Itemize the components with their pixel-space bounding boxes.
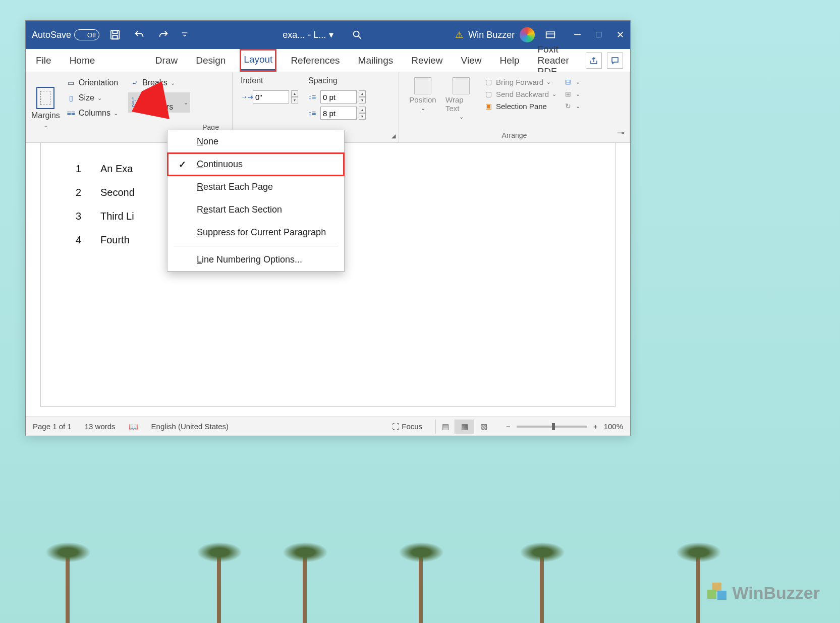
svg-point-4 <box>354 31 359 37</box>
user-name: Win Buzzer <box>468 30 515 40</box>
svg-line-5 <box>359 36 361 38</box>
tab-design[interactable]: Design <box>193 51 229 70</box>
spacing-before-icon: ↕≡ <box>308 93 318 101</box>
page-count[interactable]: Page 1 of 1 <box>33 422 72 431</box>
dd-suppress[interactable]: Suppress for Current Paragraph <box>167 221 344 244</box>
position-icon <box>414 77 431 94</box>
tab-view[interactable]: View <box>458 51 485 70</box>
spacing-label: Spacing <box>308 76 366 85</box>
line-numbers-dropdown: None Continuous Restart Each Page Restar… <box>167 130 345 272</box>
dialog-launcher-icon[interactable]: ◢ <box>391 133 396 139</box>
bring-forward-icon: ▢ <box>484 77 493 86</box>
spacing-after-icon: ↕≡ <box>308 109 318 117</box>
selection-pane-icon: ▣ <box>484 101 493 111</box>
winbuzzer-logo-icon <box>707 583 727 603</box>
zoom-level[interactable]: 100% <box>604 422 623 431</box>
tab-mailings[interactable]: Mailings <box>355 51 397 70</box>
align-button: ⊟⌄ <box>564 77 580 86</box>
spin-up-icon[interactable]: ▴ <box>359 107 366 113</box>
zoom-slider[interactable] <box>517 426 587 428</box>
dd-options[interactable]: Line Numbering Options... <box>167 248 344 271</box>
web-layout-icon[interactable]: ▧ <box>474 420 493 434</box>
title-dropdown-icon[interactable]: ▾ <box>329 29 333 40</box>
zoom-controls: − + 100% <box>506 422 623 431</box>
orientation-icon: ▭ <box>67 78 76 87</box>
dd-restart-section[interactable]: Restart Each Section <box>167 198 344 221</box>
print-layout-icon[interactable]: ▦ <box>455 420 474 434</box>
group-label-arrange: Arrange <box>404 129 625 140</box>
spin-down-icon[interactable]: ▾ <box>291 97 298 103</box>
avatar <box>520 27 535 42</box>
size-icon: ▯ <box>67 93 76 102</box>
svg-rect-1 <box>113 31 117 34</box>
send-backward-button: ▢Send Backward⌄ <box>484 89 556 98</box>
autosave-state: Off <box>87 31 96 39</box>
zoom-out-icon[interactable]: − <box>506 422 511 431</box>
tab-review[interactable]: Review <box>408 51 445 70</box>
autosave-label: AutoSave <box>32 30 71 40</box>
statusbar: Page 1 of 1 13 words 📖 English (United S… <box>26 417 630 436</box>
position-button: Position⌄ <box>407 77 438 120</box>
columns-icon: ≡≡ <box>67 109 76 118</box>
zoom-in-icon[interactable]: + <box>593 422 598 431</box>
focus-icon: ⛶ <box>392 422 402 431</box>
search-icon[interactable] <box>349 26 366 43</box>
svg-rect-2 <box>113 35 117 39</box>
word-window: AutoSave Off exa... - L... ▾ ⚠ Win Buzze… <box>25 20 631 436</box>
spin-up-icon[interactable]: ▴ <box>359 90 366 97</box>
margins-icon <box>36 87 54 109</box>
indent-left-icon: →⇥ <box>241 93 251 101</box>
dd-restart-page[interactable]: Restart Each Page <box>167 176 344 198</box>
spin-down-icon[interactable]: ▾ <box>359 113 366 120</box>
tab-references[interactable]: References <box>288 51 343 70</box>
group-icon: ⊞ <box>564 89 573 98</box>
spin-down-icon[interactable]: ▾ <box>359 97 366 103</box>
maximize-icon[interactable]: □ <box>596 29 601 40</box>
dd-none[interactable]: None <box>167 130 344 153</box>
spin-up-icon[interactable]: ▴ <box>291 90 298 97</box>
spellcheck-icon[interactable]: 📖 <box>129 422 138 431</box>
chevron-down-icon: ⌄ <box>43 122 48 129</box>
wrap-text-button: Wrap Text⌄ <box>445 77 477 120</box>
dd-separator <box>174 246 338 246</box>
minimize-icon[interactable]: ─ <box>574 29 581 40</box>
spacing-before-input[interactable]: ↕≡▴▾ <box>308 90 366 103</box>
document-title: exa... - L... ▾ <box>283 29 333 40</box>
user-account[interactable]: ⚠ Win Buzzer <box>455 27 535 42</box>
group-arrange: Position⌄ Wrap Text⌄ ▢Bring Forward⌄ ▢Se… <box>399 72 630 142</box>
close-icon[interactable]: ✕ <box>617 29 624 40</box>
arrow-annotation <box>91 41 182 134</box>
align-icon: ⊟ <box>564 77 573 86</box>
focus-mode[interactable]: ⛶ Focus <box>392 422 422 431</box>
rotate-button: ↻⌄ <box>564 101 580 111</box>
language[interactable]: English (United States) <box>151 422 229 431</box>
wrap-text-icon <box>453 77 470 94</box>
tab-layout[interactable]: Layout <box>241 50 275 71</box>
word-count[interactable]: 13 words <box>85 422 116 431</box>
indent-left-input[interactable]: →⇥▴▾ <box>241 90 298 103</box>
svg-rect-6 <box>546 32 555 38</box>
send-backward-icon: ▢ <box>484 89 493 98</box>
tab-file[interactable]: File <box>33 51 54 70</box>
selection-pane-button[interactable]: ▣Selection Pane <box>484 101 556 111</box>
rotate-icon: ↻ <box>564 101 573 111</box>
warning-icon: ⚠ <box>455 29 463 40</box>
bring-forward-button: ▢Bring Forward⌄ <box>484 77 556 86</box>
group-button: ⊞⌄ <box>564 89 580 98</box>
margins-button[interactable]: Margins ⌄ <box>31 75 61 140</box>
indent-label: Indent <box>241 76 298 85</box>
pin-ribbon-icon[interactable]: ⊸ <box>617 127 625 138</box>
svg-marker-8 <box>101 41 170 119</box>
comments-icon[interactable] <box>607 53 623 69</box>
tab-help[interactable]: Help <box>496 51 522 70</box>
read-mode-icon[interactable]: ▤ <box>435 420 455 434</box>
share-icon[interactable] <box>586 53 602 69</box>
dd-continuous[interactable]: Continuous <box>167 153 344 176</box>
autosave-toggle[interactable]: AutoSave Off <box>32 29 99 40</box>
watermark: WinBuzzer <box>707 583 820 603</box>
spacing-after-input[interactable]: ↕≡▴▾ <box>308 107 366 120</box>
